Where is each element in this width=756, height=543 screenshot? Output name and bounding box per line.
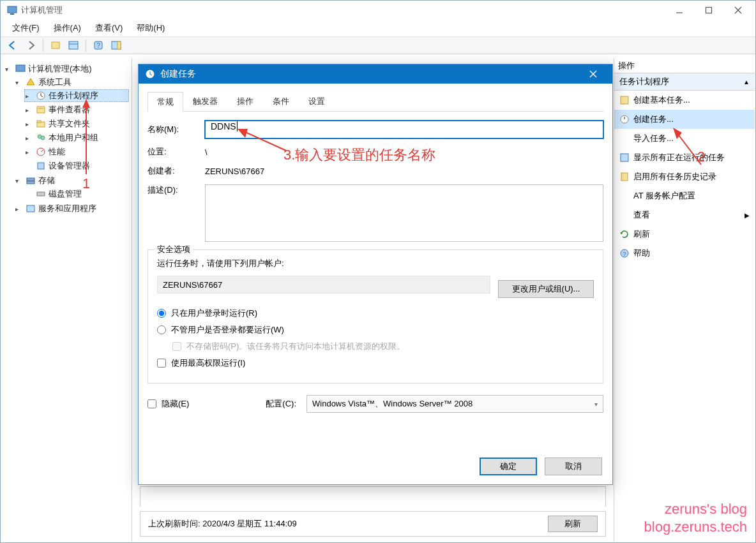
tree-root-label: 计算机管理(本地) [28,63,92,75]
refresh-button[interactable]: 刷新 [548,516,598,532]
navigation-tree[interactable]: ▾ 计算机管理(本地) ▾ 系统工具 [1,58,132,542]
tree-performance[interactable]: ▸ 性能 [24,145,129,158]
svg-rect-17 [37,107,45,113]
tab-general[interactable]: 常规 [147,92,183,112]
toolbar-help-button[interactable]: ? [91,38,105,52]
action-help[interactable]: ?帮助 [614,244,755,263]
location-label: 位置: [147,146,205,158]
dialog-titlebar: 创建任务 [139,64,612,84]
svg-rect-6 [52,42,59,48]
nav-back-button[interactable] [6,38,20,52]
radio-run-always[interactable]: 不管用户是否登录都要运行(W) [157,324,594,336]
svg-rect-34 [621,173,628,181]
action-import-task[interactable]: 导入任务... [614,129,755,148]
tree-device-manager[interactable]: ▸ 设备管理器 [24,160,129,172]
svg-point-22 [41,136,45,140]
action-create-task[interactable]: 创建任务... [614,110,755,129]
clock-icon [145,69,155,79]
svg-rect-3 [706,8,712,13]
checkbox-no-password: 不存储密码(P)。该任务将只有访问本地计算机资源的权限。 [172,341,594,352]
config-label: 配置(C): [266,398,296,410]
nav-forward-button[interactable] [24,38,38,52]
tree-task-scheduler[interactable]: ▸ 任务计划程序 [24,89,129,102]
action-create-basic-task[interactable]: 创建基本任务... [614,91,755,110]
collapse-icon: ▲ [743,78,750,86]
radio-run-logged-on[interactable]: 只在用户登录时运行(R) [157,308,594,319]
name-input[interactable]: DDNS [205,121,603,138]
security-options-group: 安全选项 运行任务时，请使用下列用户帐户: ZERUNS\67667 更改用户或… [147,249,603,383]
toolbar-view-button[interactable] [66,38,80,52]
action-show-running[interactable]: 显示所有正在运行的任务 [614,148,755,167]
dialog-title: 创建任务 [160,68,196,80]
name-label: 名称(M): [147,124,205,135]
svg-line-24 [41,150,43,152]
menu-action[interactable]: 操作(A) [49,21,86,35]
svg-rect-33 [621,154,628,161]
svg-rect-30 [621,96,628,104]
runas-prompt: 运行任务时，请使用下列用户帐户: [157,258,594,269]
svg-rect-12 [117,41,121,49]
svg-text:?: ? [623,251,626,257]
refresh-bar: 上次刷新时间: 2020/4/3 星期五 11:44:09 刷新 [140,511,606,537]
svg-text:?: ? [96,42,100,49]
toolbar-properties-button[interactable] [49,38,63,52]
dialog-close-button[interactable] [580,64,606,84]
tab-settings[interactable]: 设置 [299,91,335,111]
change-user-button[interactable]: 更改用户或组(U)... [498,280,594,298]
titlebar: 计算机管理 [1,1,755,20]
tab-actions[interactable]: 操作 [227,91,263,111]
create-task-dialog: 创建任务 常规 触发器 操作 条件 设置 名称(M): DDNS 位置: \ 创… [138,64,613,485]
action-view[interactable]: 查看▶ [614,205,755,225]
tree-shared-folders[interactable]: ▸ 共享文件夹 [24,117,129,130]
svg-rect-27 [27,181,34,184]
checkbox-hidden[interactable]: 隐藏(E) [147,398,189,410]
minimize-button[interactable] [665,1,694,19]
actions-pane: 操作 任务计划程序 ▲ 创建基本任务... 创建任务... 导入任务... 显示… [614,58,755,542]
checkbox-highest-priv[interactable]: 使用最高权限运行(I) [157,357,594,369]
last-refresh-label: 上次刷新时间: [148,519,200,528]
action-refresh[interactable]: 刷新 [614,225,755,244]
creator-value: ZERUNS\67667 [205,167,603,176]
svg-rect-28 [37,192,45,196]
svg-rect-1 [10,13,14,15]
chevron-down-icon: ▾ [594,401,598,408]
description-input[interactable] [205,184,603,242]
app-icon [7,5,17,15]
tree-event-viewer[interactable]: ▸ 事件查看器 [24,103,129,116]
ok-button[interactable]: 确定 [480,457,537,475]
tree-storage[interactable]: ▾ 存储 [14,174,129,187]
tree-services-apps[interactable]: ▸ 服务和应用程序 [14,202,129,215]
svg-rect-26 [27,178,34,181]
maximize-button[interactable] [694,1,723,19]
close-button[interactable] [723,1,753,19]
svg-rect-0 [8,6,17,13]
window-title: 计算机管理 [21,4,63,16]
svg-rect-20 [37,121,41,123]
dialog-tabs: 常规 触发器 操作 条件 设置 [147,91,603,112]
menu-help[interactable]: 帮助(H) [132,21,170,35]
description-label: 描述(D): [147,184,205,196]
tab-conditions[interactable]: 条件 [263,91,299,111]
last-refresh-value: 2020/4/3 星期五 11:44:09 [202,519,296,528]
tree-local-users[interactable]: ▸ 本地用户和组 [24,131,129,144]
svg-rect-13 [16,65,25,71]
tree-disk-mgmt[interactable]: ▸ 磁盘管理 [24,188,129,200]
creator-label: 创建者: [147,165,205,177]
menu-bar: 文件(F) 操作(A) 查看(V) 帮助(H) [1,20,755,36]
menu-view[interactable]: 查看(V) [90,21,128,35]
toolbar-action-pane-button[interactable] [109,38,123,52]
actions-header: 操作 [614,58,755,73]
svg-rect-7 [69,41,78,49]
tree-root[interactable]: ▾ 计算机管理(本地) [4,63,129,75]
config-select[interactable]: Windows Vista™、Windows Server™ 2008 ▾ [306,395,603,413]
menu-file[interactable]: 文件(F) [7,21,45,35]
location-value: \ [205,147,603,157]
svg-rect-25 [38,163,44,169]
user-account-display: ZERUNS\67667 [157,276,490,294]
action-at-account[interactable]: AT 服务帐户配置 [614,186,755,205]
tab-triggers[interactable]: 触发器 [183,91,227,111]
tree-system-tools[interactable]: ▾ 系统工具 [14,76,129,89]
action-enable-history[interactable]: 启用所有任务历史记录 [614,167,755,186]
cancel-button[interactable]: 取消 [545,457,602,475]
actions-section-title[interactable]: 任务计划程序 ▲ [614,73,755,91]
